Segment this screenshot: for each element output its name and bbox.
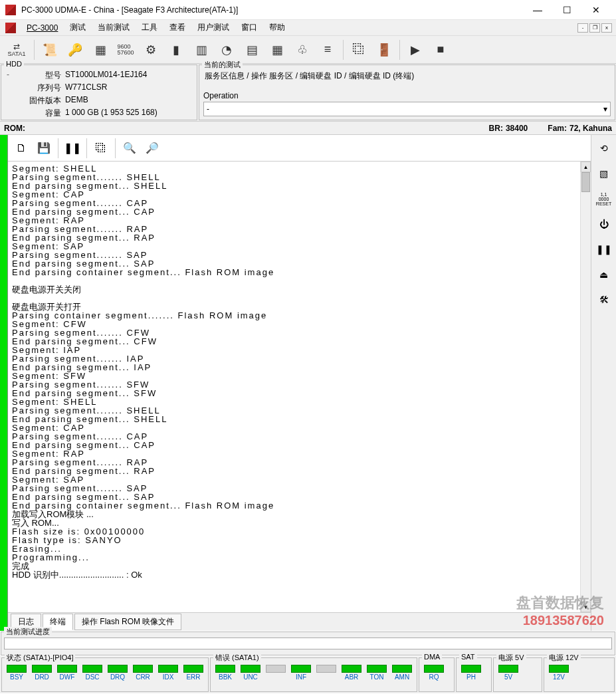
led-cell: UNC	[239, 665, 262, 681]
hdd-model-value: ST1000LM014-1EJ164	[65, 70, 147, 81]
led-label: IDX	[163, 673, 174, 681]
menu-tools[interactable]: 工具	[136, 21, 163, 35]
led-label: RQ	[429, 673, 439, 681]
led-label: DWF	[60, 673, 75, 681]
led-indicator	[424, 665, 444, 673]
scroll-thumb[interactable]	[581, 172, 590, 192]
br-label: BR:	[489, 124, 503, 133]
find-next-icon[interactable]: 🔎	[142, 138, 163, 159]
save-icon[interactable]: 💾	[33, 138, 54, 159]
window-title: PC-3000 UDMA-E - China - [Seagate F3 Arc…	[21, 5, 523, 15]
led-indicator	[549, 665, 569, 673]
mdi-restore[interactable]: ❐	[589, 23, 600, 33]
path-header: 当前的测试	[202, 60, 243, 70]
maximize-button[interactable]: ☐	[552, 0, 581, 20]
play-icon[interactable]: ▶	[403, 38, 427, 62]
app-menu-icon	[5, 23, 16, 33]
sata-port-button[interactable]: ⇄ SATA1	[3, 38, 31, 62]
list-icon[interactable]: ≡	[316, 38, 340, 62]
copy-icon[interactable]: ⿻	[347, 38, 371, 62]
led-label: AMN	[395, 673, 409, 681]
log-line: HDD 识别中........................... : Ok	[12, 570, 576, 579]
app-icon	[5, 5, 16, 15]
power-icon[interactable]: ⏻	[595, 216, 613, 232]
scroll-down-icon[interactable]: ▼	[581, 602, 591, 612]
led-cell: ABR	[340, 665, 363, 681]
led-cell: 12V	[547, 665, 571, 681]
dma-title: DMA	[422, 653, 442, 661]
led-indicator	[215, 665, 235, 673]
reset-icon[interactable]: ⟲	[595, 140, 613, 156]
drive-icon[interactable]: ◔	[215, 38, 239, 62]
tools-icon[interactable]: 🛠	[595, 292, 613, 308]
key-icon[interactable]: 🔑	[63, 38, 87, 62]
side-toolbar: ⟲ ▧ 1,10000RESET ⏻ ❚❚ ⏏ 🛠	[591, 135, 616, 631]
menu-user-test[interactable]: 用户测试	[192, 21, 235, 35]
menu-app[interactable]: PC-3000	[21, 22, 63, 34]
log-line: End parsing segment... CFW	[12, 337, 576, 346]
mdi-close[interactable]: x	[601, 23, 612, 33]
log-line: 加载写入ROM模块 ...	[12, 510, 576, 519]
fam-label: Fam:	[548, 124, 567, 133]
rom-status-line: ROM: BR: 38400 Fam: 72, Kahuna	[0, 122, 616, 135]
find-icon[interactable]: 🔍	[119, 138, 140, 159]
chip-icon[interactable]: ▦	[88, 38, 112, 62]
log-tabs: 日志 终端 操作 Flash ROM 映像文件	[8, 612, 591, 631]
menu-current-test[interactable]: 当前测试	[92, 21, 135, 35]
led-indicator	[392, 665, 412, 673]
module-icon[interactable]: ▥	[189, 38, 213, 62]
progress-bar	[4, 638, 612, 649]
led-indicator	[133, 665, 153, 673]
new-file-icon[interactable]: 🗋	[11, 138, 32, 159]
mdi-minimize[interactable]: -	[577, 23, 588, 33]
led-cell: PH	[459, 665, 483, 681]
led-indicator	[241, 665, 260, 673]
terminal-log[interactable]: Segment: SHELLParsing segment....... SHE…	[8, 162, 580, 612]
pause-icon[interactable]: ❚❚	[62, 138, 83, 159]
led-indicator	[32, 665, 52, 673]
menu-view[interactable]: 查看	[164, 21, 191, 35]
register-icon[interactable]: ▧	[595, 166, 613, 181]
table-icon[interactable]: ▤	[240, 38, 264, 62]
pause-icon[interactable]: ❚❚	[595, 241, 613, 257]
window-titlebar: PC-3000 UDMA-E - China - [Seagate F3 Arc…	[0, 0, 616, 20]
counter-icon[interactable]: 1,10000RESET	[595, 191, 613, 207]
led-cell: 5V	[496, 665, 520, 681]
led-cell: DRQ	[106, 665, 130, 681]
scroll-up-icon[interactable]: ▲	[581, 162, 591, 172]
expand-icon[interactable]: -	[4, 70, 12, 81]
display-icon[interactable]: 960057600	[114, 38, 138, 62]
operation-combo[interactable]: - ▾	[203, 102, 611, 116]
led-cell: CRR	[131, 665, 155, 681]
led-label: DRD	[35, 673, 49, 681]
script-icon[interactable]: 📜	[38, 38, 62, 62]
tab-flash-rom[interactable]: 操作 Flash ROM 映像文件	[74, 614, 181, 630]
close-button[interactable]: ✕	[581, 0, 611, 20]
led-cell: DSC	[80, 665, 104, 681]
menu-window[interactable]: 窗口	[236, 21, 262, 35]
led-label: DRQ	[110, 673, 125, 681]
stop-icon[interactable]: ■	[429, 38, 453, 62]
menu-test[interactable]: 测试	[64, 21, 91, 35]
memory-icon[interactable]: ▮	[164, 38, 188, 62]
led-indicator	[316, 665, 336, 673]
exit-icon[interactable]: 🚪	[372, 38, 396, 62]
led-cell: IDX	[156, 665, 180, 681]
led-cell: INF	[289, 665, 313, 681]
led-indicator	[7, 665, 27, 673]
led-cell	[314, 665, 338, 681]
gear-icon[interactable]: ⚙	[139, 38, 163, 62]
tree-icon[interactable]: ♧	[290, 38, 314, 62]
led-cell: AMN	[390, 665, 414, 681]
err-title: 错误 (SATA1)	[213, 653, 261, 663]
log-line: Erasing...	[12, 544, 576, 553]
eject-icon[interactable]: ⏏	[595, 267, 613, 283]
log-line	[12, 277, 576, 285]
led-cell: BSY	[5, 665, 29, 681]
grid-icon[interactable]: ▦	[265, 38, 289, 62]
vertical-scrollbar[interactable]: ▲ ▼	[580, 162, 591, 612]
menu-help[interactable]: 帮助	[264, 21, 290, 35]
led-indicator	[82, 665, 102, 673]
minimize-button[interactable]: —	[523, 0, 552, 20]
copy-icon[interactable]: ⿻	[90, 138, 112, 159]
